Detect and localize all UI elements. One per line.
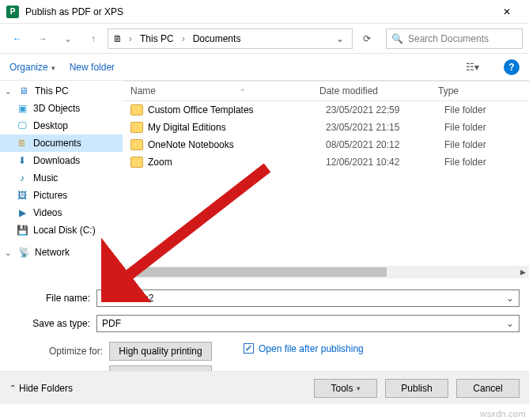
watermark: wsxdn.com (480, 409, 526, 418)
save-type-select[interactable]: PDF (96, 315, 520, 332)
window-title: Publish as PDF or XPS (25, 6, 491, 17)
pictures-icon: 🖼 (16, 189, 28, 202)
back-button[interactable]: ← (6, 28, 28, 50)
scroll-left-icon[interactable]: ◀ (123, 266, 135, 278)
network-icon: 📡 (17, 246, 30, 259)
navigation-tree: 🖥 This PC ▣3D Objects 🖵Desktop 🗎Document… (0, 81, 123, 278)
folder-icon (130, 104, 143, 115)
file-date: 12/06/2021 10:42 (326, 157, 444, 168)
file-type: File folder (444, 122, 486, 133)
open-after-label[interactable]: Open file after publishing (259, 343, 364, 354)
tree-local-disk[interactable]: 💾Local Disk (C:) (0, 221, 123, 239)
tree-label: Local Disk (C:) (33, 225, 96, 236)
view-options-button[interactable]: ☷▾ (461, 58, 483, 77)
chevron-right-icon (182, 33, 185, 44)
optimize-label: Optimize for: (9, 346, 109, 357)
file-name-input[interactable]: Publication2 (96, 289, 520, 307)
help-button[interactable]: ? (504, 59, 520, 75)
file-name: Zoom (148, 157, 326, 168)
save-form: File name: Publication2 Save as type: PD… (0, 282, 529, 334)
folder-icon: 🗎 (111, 32, 124, 45)
publish-label: Publish (401, 383, 432, 394)
new-folder-label: New folder (70, 62, 115, 73)
file-name: OneNote Notebooks (148, 139, 326, 150)
command-bar: Organize New folder ☷▾ ? (0, 54, 529, 81)
dialog-footer: Hide Folders Tools Publish Cancel (0, 371, 529, 404)
recent-locations-button[interactable]: ⌄ (57, 28, 79, 50)
file-list: Name Date modified Type Custom Office Te… (123, 81, 529, 278)
cancel-label: Cancel (473, 383, 502, 394)
tree-downloads[interactable]: ⬇Downloads (0, 152, 123, 169)
breadcrumb-this-pc[interactable]: This PC (137, 32, 177, 46)
videos-icon: ▶ (16, 206, 28, 219)
file-name-label: File name: (9, 293, 96, 304)
address-dropdown[interactable]: ⌄ (331, 33, 349, 44)
column-name[interactable]: Name (123, 85, 316, 96)
tree-label: Network (35, 247, 70, 258)
save-type-label: Save as type: (9, 318, 96, 329)
tree-documents[interactable]: 🗎Documents (0, 134, 123, 152)
file-date: 23/05/2021 22:59 (326, 104, 444, 115)
tree-label: Downloads (33, 155, 80, 166)
downloads-icon: ⬇ (16, 154, 28, 167)
hide-folders-label: Hide Folders (19, 383, 73, 394)
tree-network[interactable]: 📡 Network (0, 244, 123, 261)
file-date: 23/05/2021 21:15 (326, 122, 444, 133)
folder-icon (130, 122, 143, 133)
tree-label: Music (33, 172, 58, 184)
address-bar[interactable]: 🗎 This PC Documents ⌄ (108, 28, 353, 49)
folder-icon (130, 139, 143, 150)
chevron-right-icon (5, 247, 13, 258)
publish-button[interactable]: Publish (385, 379, 448, 398)
tree-videos[interactable]: ▶Videos (0, 204, 123, 221)
cancel-button[interactable]: Cancel (456, 379, 520, 398)
tree-desktop[interactable]: 🖵Desktop (0, 117, 123, 134)
column-type[interactable]: Type (435, 85, 529, 96)
list-item[interactable]: OneNote Notebooks08/05/2021 20:12File fo… (123, 136, 529, 153)
folder-icon (130, 157, 143, 168)
tools-button[interactable]: Tools (314, 379, 377, 398)
list-item[interactable]: My Digital Editions23/05/2021 21:15File … (123, 119, 529, 136)
sort-asc-icon (161, 85, 246, 96)
hide-folders-button[interactable]: Hide Folders (9, 383, 73, 394)
search-icon: 🔍 (391, 33, 403, 44)
chevron-down-icon (5, 85, 13, 96)
tree-this-pc[interactable]: 🖥 This PC (0, 82, 123, 100)
documents-icon: 🗎 (16, 137, 28, 149)
close-button[interactable]: ✕ (491, 0, 523, 24)
music-icon: ♪ (16, 172, 28, 184)
scroll-right-icon[interactable]: ▶ (516, 266, 529, 278)
save-type-value: PDF (102, 318, 121, 329)
refresh-button[interactable]: ⟳ (356, 28, 378, 49)
optimize-value-button[interactable]: High quality printing (109, 342, 212, 361)
list-item[interactable]: Zoom12/06/2021 10:42File folder (123, 153, 529, 171)
disk-icon: 💾 (16, 224, 28, 236)
search-input[interactable]: 🔍 Search Documents (386, 28, 523, 49)
cube-icon: ▣ (16, 102, 28, 115)
forward-button[interactable]: → (32, 28, 54, 50)
breadcrumb-documents[interactable]: Documents (190, 32, 244, 46)
scroll-track[interactable] (135, 266, 516, 278)
column-date[interactable]: Date modified (316, 85, 435, 96)
tree-3d-objects[interactable]: ▣3D Objects (0, 100, 123, 117)
tree-label: Pictures (33, 190, 67, 201)
file-name: Custom Office Templates (148, 104, 326, 115)
up-button[interactable]: ↑ (82, 28, 104, 50)
scroll-thumb[interactable] (135, 267, 387, 277)
file-name: My Digital Editions (148, 122, 326, 133)
tree-music[interactable]: ♪Music (0, 169, 123, 187)
col-name-label: Name (130, 85, 156, 96)
publisher-icon: P (6, 6, 19, 18)
tree-label: Documents (33, 138, 81, 149)
organize-button[interactable]: Organize (9, 62, 55, 73)
tree-pictures[interactable]: 🖼Pictures (0, 187, 123, 204)
horizontal-scrollbar[interactable]: ◀ ▶ (123, 266, 529, 278)
title-bar: P Publish as PDF or XPS ✕ (0, 0, 529, 24)
column-headers: Name Date modified Type (123, 81, 529, 101)
tree-label: This PC (35, 85, 69, 96)
open-after-checkbox[interactable]: ✓ (244, 343, 254, 354)
desktop-icon: 🖵 (16, 119, 28, 132)
list-item[interactable]: Custom Office Templates23/05/2021 22:59F… (123, 101, 529, 119)
file-type: File folder (444, 157, 486, 168)
new-folder-button[interactable]: New folder (70, 62, 115, 73)
